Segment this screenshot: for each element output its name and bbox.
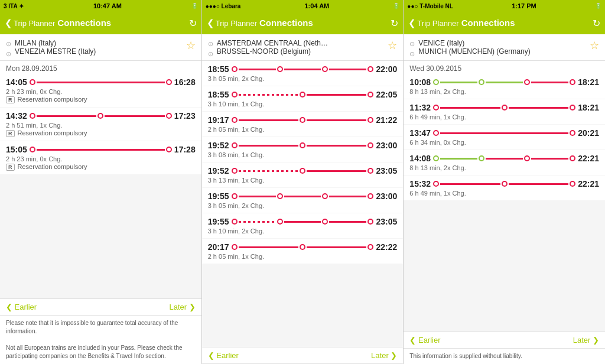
later-button[interactable]: Later ❯ <box>573 336 599 344</box>
dest-text: MUNICH (MUENCHEN) (Germany) <box>418 47 586 56</box>
connections-list[interactable]: 10:0818:218 h 13 min, 2x Chg.11:3218:216… <box>404 74 605 332</box>
connection-item[interactable]: 15:0517:282 h 23 min, 0x Chg.R Reservati… <box>0 141 201 174</box>
route-dot <box>300 117 305 123</box>
route-viz <box>232 166 374 176</box>
connection-main-row: 14:0516:28 <box>6 77 196 87</box>
connection-item[interactable]: 15:3222:216 h 49 min, 1x Chg. <box>404 176 605 200</box>
route-dot <box>232 193 238 199</box>
arrival-time: 18:21 <box>578 77 599 87</box>
route-dot <box>524 79 530 85</box>
connection-item[interactable]: 19:5223:003 h 08 min, 1x Chg. <box>202 137 404 162</box>
connection-item[interactable]: 14:3217:232 h 51 min, 1x Chg.R Reservati… <box>0 108 201 141</box>
route-viz <box>30 145 172 154</box>
later-button[interactable]: Later ❯ <box>169 303 195 311</box>
route-line <box>284 196 321 197</box>
back-button[interactable]: ❮ Trip Planner <box>408 18 458 28</box>
carrier-text: ●●○ T-Mobile NL <box>407 3 453 9</box>
route-viz <box>232 115 374 125</box>
connection-main-row: 18:5522:00 <box>208 64 398 74</box>
connection-main-row: 11:3218:21 <box>409 103 599 112</box>
arrival-time: 23:00 <box>376 191 397 201</box>
departure-time: 19:55 <box>208 191 229 201</box>
arrival-time: 22:21 <box>578 154 599 163</box>
departure-time: 11:32 <box>409 103 431 112</box>
route-dot <box>433 130 439 136</box>
connection-item[interactable]: 18:5522:003 h 05 min, 2x Chg. <box>202 61 404 86</box>
connection-item[interactable]: 10:0818:218 h 13 min, 2x Chg. <box>404 74 605 99</box>
favorite-star-button[interactable]: ☆ <box>186 39 196 52</box>
favorite-star-button[interactable]: ☆ <box>388 39 397 52</box>
route-viz <box>232 191 374 201</box>
route-dot <box>232 168 238 174</box>
departure-time: 19:55 <box>208 217 229 226</box>
arrival-time: 23:05 <box>376 217 397 226</box>
arrival-time: 22:05 <box>376 90 397 99</box>
status-time: 10:47 AM <box>93 2 122 9</box>
route-line <box>239 69 276 70</box>
connection-item[interactable]: 14:0822:218 h 13 min, 2x Chg. <box>404 150 605 175</box>
route-line <box>37 115 96 117</box>
route-line <box>284 221 321 223</box>
connections-list[interactable]: 18:5522:003 h 05 min, 2x Chg.18:5522:053… <box>202 61 404 347</box>
connection-item[interactable]: 14:0516:282 h 23 min, 0x Chg.R Reservati… <box>0 74 201 107</box>
earlier-button[interactable]: ❮ Earlier <box>208 351 239 360</box>
route-viz <box>232 64 374 74</box>
arrival-time: 17:23 <box>174 111 196 121</box>
route-dot <box>30 113 35 119</box>
route-header: ⊙ ⊙ VENICE (Italy) MUNICH (MUENCHEN) (Ge… <box>404 34 605 61</box>
refresh-button[interactable]: ↻ <box>189 18 197 29</box>
connection-main-row: 15:3222:21 <box>409 179 599 188</box>
connection-item[interactable]: 19:5223:053 h 13 min, 1x Chg. <box>202 162 404 187</box>
route-viz <box>433 103 575 112</box>
route-dot <box>570 181 575 187</box>
route-dot <box>367 219 373 225</box>
earlier-later-nav: ❮ Earlier Later ❯ <box>0 298 201 316</box>
connection-info: 3 h 10 min, 1x Chg. <box>208 100 398 108</box>
back-button[interactable]: ❮ Trip Planner <box>5 18 55 28</box>
connection-item[interactable]: 11:3218:216 h 49 min, 1x Chg. <box>404 99 605 124</box>
departure-time: 20:17 <box>208 242 229 252</box>
route-dot <box>97 113 103 119</box>
connection-item[interactable]: 19:5523:003 h 05 min, 2x Chg. <box>202 188 404 213</box>
status-bar: ●●●○ Lebara 1:04 AM 🔋 <box>202 0 404 12</box>
connection-item[interactable]: 20:1722:222 h 05 min, 1x Chg. <box>202 239 404 264</box>
connection-item[interactable]: 19:1721:222 h 05 min, 1x Chg. <box>202 112 404 136</box>
earlier-button[interactable]: ❮ Earlier <box>409 336 440 344</box>
back-button[interactable]: ❮ Trip Planner <box>207 18 257 28</box>
status-bar: ●●○ T-Mobile NL 1:17 PM 🔋 <box>404 0 605 12</box>
nav-title: Connections <box>461 18 593 28</box>
connection-item[interactable]: 13:4720:216 h 34 min, 0x Chg. <box>404 125 605 150</box>
route-viz <box>232 242 374 252</box>
connection-info: 3 h 10 min, 2x Chg. <box>208 228 398 235</box>
connections-list[interactable]: 14:0516:282 h 23 min, 0x Chg.R Reservati… <box>0 74 201 298</box>
route-dot <box>433 155 439 161</box>
connection-main-row: 19:5223:00 <box>208 141 398 150</box>
phone-panel: ●●○ T-Mobile NL 1:17 PM 🔋 ❮ Trip Planner… <box>404 0 605 364</box>
later-button[interactable]: Later ❯ <box>371 351 397 360</box>
route-line <box>239 119 298 121</box>
connection-info: 6 h 49 min, 1x Chg. <box>409 113 599 121</box>
route-dot <box>232 219 238 225</box>
route-dot <box>322 219 328 225</box>
route-dot <box>570 130 575 136</box>
refresh-button[interactable]: ↻ <box>593 18 600 29</box>
earlier-button[interactable]: ❮ Earlier <box>6 303 37 311</box>
refresh-button[interactable]: ↻ <box>391 18 398 29</box>
nav-title-bold: Connections <box>57 18 111 28</box>
route-dot <box>166 113 172 119</box>
connection-item[interactable]: 18:5522:053 h 10 min, 1x Chg. <box>202 86 404 111</box>
back-label: Trip Planner <box>216 19 257 28</box>
arrival-time: 23:00 <box>376 141 397 150</box>
route-viz <box>232 217 374 226</box>
connection-info: 2 h 51 min, 1x Chg. <box>6 122 196 129</box>
route-dot <box>322 193 328 199</box>
connection-main-row: 20:1722:22 <box>208 242 398 252</box>
arrival-time: 20:21 <box>578 128 599 138</box>
route-dot <box>367 92 373 98</box>
route-line <box>440 158 477 160</box>
route-line <box>239 221 276 223</box>
connection-item[interactable]: 19:5523:053 h 10 min, 2x Chg. <box>202 213 404 238</box>
route-dot <box>367 244 373 250</box>
favorite-star-button[interactable]: ☆ <box>590 39 599 52</box>
connection-info: 8 h 13 min, 2x Chg. <box>409 88 599 95</box>
